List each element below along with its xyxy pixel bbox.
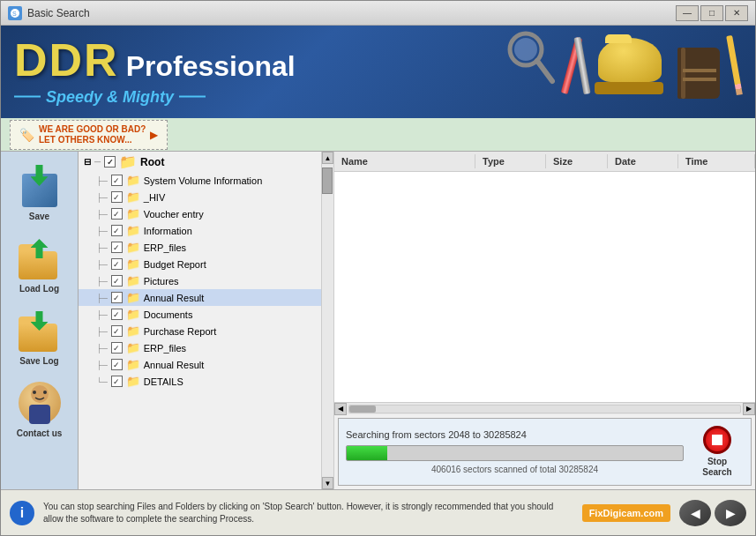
save-button[interactable]: Save (6, 159, 72, 226)
item-1-folder-icon: 📁 (126, 190, 140, 204)
save-log-label: Save Log (19, 356, 58, 366)
contact-us-button[interactable]: Contact us (6, 376, 72, 443)
item-1-checkbox[interactable] (111, 191, 123, 203)
window-controls: — □ ✕ (676, 5, 748, 21)
item-0-label: System Volume Information (144, 175, 263, 186)
nav-buttons: ◀ ▶ (679, 500, 746, 526)
tree-item-9[interactable]: ├─ 📁 Purchase Report (79, 323, 321, 339)
tree-panel: ⊟ ─ 📁 Root ├─ 📁 System Volume Informatio… (79, 152, 334, 489)
item-3-label: Information (144, 226, 192, 236)
item-2-checkbox[interactable] (111, 208, 123, 220)
maximize-button[interactable]: □ (700, 5, 723, 21)
col-type: Type (475, 154, 546, 168)
tree-scroll[interactable]: ⊟ ─ 📁 Root ├─ 📁 System Volume Informatio… (79, 152, 321, 489)
sectors-scanned: 406016 sectors scanned of total 30285824 (346, 465, 684, 474)
item-12-checkbox[interactable] (111, 376, 123, 387)
file-list-body (334, 172, 755, 402)
searching-text: Searching from sectors 2048 to 30285824 (346, 429, 684, 440)
item-9-checkbox[interactable] (111, 325, 123, 337)
tree-item-5[interactable]: ├─ 📁 Budget Report (79, 256, 321, 272)
stop-label: StopSearch (702, 457, 731, 478)
tree-scrollbar[interactable]: ▲ ▼ (321, 152, 333, 489)
brand-badge: FixDigicam.com (582, 504, 670, 522)
save-icon (17, 163, 63, 209)
expand-icon[interactable]: ⊟ (84, 157, 91, 167)
item-0-checkbox[interactable] (111, 175, 123, 186)
root-folder-icon: 📁 (119, 153, 137, 170)
col-name: Name (334, 154, 475, 168)
tree-scroll-thumb[interactable] (322, 168, 333, 194)
tools-icon (568, 37, 586, 94)
feedback-text: WE ARE GOOD OR BAD? LET OTHERS KNOW... (39, 124, 146, 145)
forward-button[interactable]: ▶ (715, 500, 746, 526)
scroll-thumb-h[interactable] (349, 406, 376, 413)
item-5-folder-icon: 📁 (126, 257, 140, 271)
scroll-left-arrow[interactable]: ◀ (334, 403, 347, 415)
tree-item-10[interactable]: ├─ 📁 ERP_files (79, 339, 321, 356)
progress-area: Searching from sectors 2048 to 30285824 … (338, 418, 752, 486)
info-icon: i (10, 501, 34, 525)
file-list-header: Name Type Size Date Time (334, 152, 755, 172)
col-time: Time (678, 154, 755, 168)
file-scrollbar-h[interactable]: ◀ ▶ (334, 402, 755, 414)
minimize-button[interactable]: — (676, 5, 699, 21)
item-4-checkbox[interactable] (111, 242, 123, 253)
stop-square (712, 435, 722, 445)
root-label: Root (140, 156, 164, 168)
stop-search-button[interactable]: StopSearch (691, 426, 744, 478)
item-0-folder-icon: 📁 (126, 174, 140, 187)
item-11-checkbox[interactable] (111, 359, 123, 370)
tree-item-2[interactable]: ├─ 📁 Voucher entry (79, 205, 321, 222)
stop-icon (703, 426, 731, 454)
tree-item-7[interactable]: ├─ 📁 Annual Result (79, 289, 321, 306)
tree-item-11[interactable]: ├─ 📁 Annual Result (79, 356, 321, 373)
load-log-label: Load Log (19, 284, 59, 294)
top-bar: 🏷️ WE ARE GOOD OR BAD? LET OTHERS KNOW..… (1, 118, 755, 152)
root-checkbox[interactable] (104, 156, 116, 168)
book-icon (674, 33, 722, 99)
item-5-label: Budget Report (144, 259, 206, 270)
close-button[interactable]: ✕ (725, 5, 748, 21)
item-10-checkbox[interactable] (111, 342, 123, 354)
tree-item-12[interactable]: └─ 📁 DETAILS (79, 373, 321, 390)
header-decorations (506, 30, 737, 100)
item-7-checkbox[interactable] (111, 292, 123, 303)
feedback-box[interactable]: 🏷️ WE ARE GOOD OR BAD? LET OTHERS KNOW..… (10, 120, 168, 150)
tagline: Speedy & Mighty (46, 88, 174, 107)
item-2-folder-icon: 📁 (126, 207, 140, 220)
load-log-icon (17, 235, 63, 281)
item-7-folder-icon: 📁 (126, 291, 140, 304)
item-6-checkbox[interactable] (111, 275, 123, 287)
svg-point-7 (31, 385, 49, 403)
item-12-label: DETAILS (144, 376, 183, 387)
progress-bar-container (346, 445, 684, 461)
sidebar: Save Load Log (1, 152, 79, 489)
svg-point-10 (43, 391, 47, 394)
col-date: Date (608, 154, 678, 168)
item-8-checkbox[interactable] (111, 309, 123, 320)
save-log-button[interactable]: Save Log (6, 303, 72, 370)
tree-item-0[interactable]: ├─ 📁 System Volume Information (79, 172, 321, 189)
tree-item-8[interactable]: ├─ 📁 Documents (79, 306, 321, 323)
item-11-label: Annual Result (144, 360, 205, 370)
tree-item-6[interactable]: ├─ 📁 Pictures (79, 272, 321, 289)
ddr-text: DDR (14, 37, 119, 83)
tree-item-1[interactable]: ├─ 📁 _HIV (79, 189, 321, 205)
window-title: Basic Search (27, 7, 676, 19)
back-button[interactable]: ◀ (679, 500, 711, 526)
col-size: Size (546, 154, 608, 168)
logo: DDR Professional Speedy & Mighty (14, 37, 296, 107)
tree-root[interactable]: ⊟ ─ 📁 Root (79, 152, 321, 172)
tree-scroll-down[interactable]: ▼ (322, 477, 333, 489)
app-icon: S (8, 6, 22, 20)
item-3-checkbox[interactable] (111, 225, 123, 236)
tree-item-4[interactable]: ├─ 📁 ERP_files (79, 239, 321, 256)
load-log-button[interactable]: Load Log (6, 231, 72, 298)
tree-item-3[interactable]: ├─ 📁 Information (79, 222, 321, 239)
scroll-right-arrow[interactable]: ▶ (743, 403, 755, 415)
item-5-checkbox[interactable] (111, 258, 123, 270)
svg-point-9 (33, 391, 36, 394)
save-label: Save (29, 212, 49, 221)
scroll-track-h[interactable] (348, 405, 741, 413)
tree-scroll-up[interactable]: ▲ (322, 152, 333, 164)
